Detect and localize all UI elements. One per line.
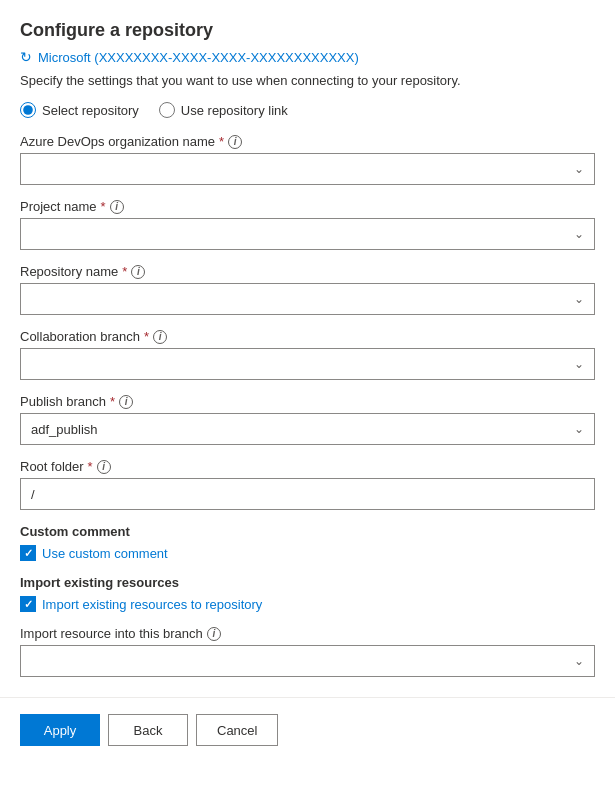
azure-devops-org-label: Azure DevOps organization name * i — [20, 134, 595, 149]
required-marker: * — [144, 329, 149, 344]
apply-button[interactable]: Apply — [20, 714, 100, 746]
import-existing-group: Import existing resources ✓ Import exist… — [20, 575, 595, 612]
required-marker: * — [122, 264, 127, 279]
collaboration-branch-group: Collaboration branch * i ⌄ — [20, 329, 595, 380]
chevron-down-icon: ⌄ — [574, 654, 584, 668]
use-link-radio[interactable] — [159, 102, 175, 118]
chevron-down-icon: ⌄ — [574, 162, 584, 176]
project-name-info-icon[interactable]: i — [110, 200, 124, 214]
root-folder-label: Root folder * i — [20, 459, 595, 474]
chevron-down-icon: ⌄ — [574, 292, 584, 306]
azure-devops-org-info-icon[interactable]: i — [228, 135, 242, 149]
collaboration-branch-info-icon[interactable]: i — [153, 330, 167, 344]
import-branch-label: Import resource into this branch i — [20, 626, 595, 641]
custom-comment-checkbox[interactable]: ✓ — [20, 545, 36, 561]
import-branch-dropdown[interactable]: ⌄ — [20, 645, 595, 677]
refresh-icon[interactable]: ↻ — [20, 49, 32, 65]
required-marker: * — [219, 134, 224, 149]
collaboration-branch-dropdown[interactable]: ⌄ — [20, 348, 595, 380]
import-existing-row: ✓ Import existing resources to repositor… — [20, 596, 595, 612]
required-marker: * — [110, 394, 115, 409]
custom-comment-row: ✓ Use custom comment — [20, 545, 595, 561]
repository-name-dropdown[interactable]: ⌄ — [20, 283, 595, 315]
project-name-label: Project name * i — [20, 199, 595, 214]
collaboration-branch-label: Collaboration branch * i — [20, 329, 595, 344]
import-existing-label[interactable]: Import existing resources to repository — [42, 597, 262, 612]
publish-branch-group: Publish branch * i adf_publish ⌄ — [20, 394, 595, 445]
select-repository-label: Select repository — [42, 103, 139, 118]
footer: Apply Back Cancel — [0, 698, 615, 762]
org-name: Microsoft (XXXXXXXX-XXXX-XXXX-XXXXXXXXXX… — [38, 50, 359, 65]
custom-comment-section-label: Custom comment — [20, 524, 595, 539]
publish-branch-label: Publish branch * i — [20, 394, 595, 409]
root-folder-input[interactable] — [20, 478, 595, 510]
cancel-button[interactable]: Cancel — [196, 714, 278, 746]
use-link-label: Use repository link — [181, 103, 288, 118]
custom-comment-label[interactable]: Use custom comment — [42, 546, 168, 561]
project-name-dropdown[interactable]: ⌄ — [20, 218, 595, 250]
azure-devops-org-group: Azure DevOps organization name * i ⌄ — [20, 134, 595, 185]
project-name-group: Project name * i ⌄ — [20, 199, 595, 250]
repository-name-info-icon[interactable]: i — [131, 265, 145, 279]
org-row: ↻ Microsoft (XXXXXXXX-XXXX-XXXX-XXXXXXXX… — [20, 49, 595, 65]
chevron-down-icon: ⌄ — [574, 227, 584, 241]
required-marker: * — [101, 199, 106, 214]
import-branch-group: Import resource into this branch i ⌄ — [20, 626, 595, 677]
azure-devops-org-dropdown[interactable]: ⌄ — [20, 153, 595, 185]
use-link-option[interactable]: Use repository link — [159, 102, 288, 118]
import-existing-section-label: Import existing resources — [20, 575, 595, 590]
repository-type-group: Select repository Use repository link — [20, 102, 595, 118]
root-folder-group: Root folder * i — [20, 459, 595, 510]
main-container: Configure a repository ↻ Microsoft (XXXX… — [0, 0, 615, 677]
page-title: Configure a repository — [20, 20, 595, 41]
chevron-down-icon: ⌄ — [574, 357, 584, 371]
check-icon: ✓ — [24, 598, 33, 611]
publish-branch-dropdown[interactable]: adf_publish ⌄ — [20, 413, 595, 445]
chevron-down-icon: ⌄ — [574, 422, 584, 436]
back-button[interactable]: Back — [108, 714, 188, 746]
check-icon: ✓ — [24, 547, 33, 560]
repository-name-label: Repository name * i — [20, 264, 595, 279]
select-repository-radio[interactable] — [20, 102, 36, 118]
publish-branch-value: adf_publish — [31, 422, 98, 437]
import-existing-checkbox[interactable]: ✓ — [20, 596, 36, 612]
import-branch-info-icon[interactable]: i — [207, 627, 221, 641]
publish-branch-info-icon[interactable]: i — [119, 395, 133, 409]
custom-comment-group: Custom comment ✓ Use custom comment — [20, 524, 595, 561]
repository-name-group: Repository name * i ⌄ — [20, 264, 595, 315]
description-text: Specify the settings that you want to us… — [20, 73, 595, 88]
required-marker: * — [88, 459, 93, 474]
root-folder-info-icon[interactable]: i — [97, 460, 111, 474]
select-repository-option[interactable]: Select repository — [20, 102, 139, 118]
